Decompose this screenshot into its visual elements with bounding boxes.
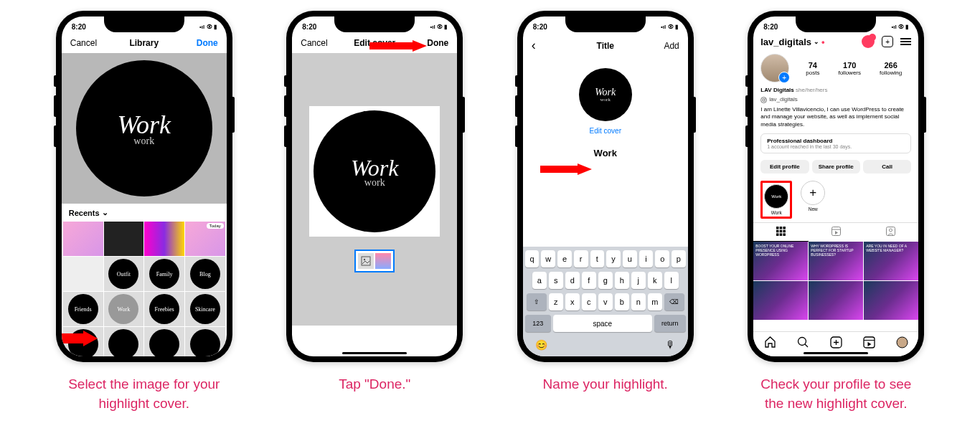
photo-cell[interactable] xyxy=(63,257,103,291)
highlight-title-input[interactable] xyxy=(533,148,678,158)
post-cell[interactable] xyxy=(809,281,863,320)
stat-following[interactable]: 266following xyxy=(880,61,902,76)
profile-icon[interactable] xyxy=(896,336,908,351)
call-button[interactable]: Call xyxy=(863,160,911,174)
done-button[interactable]: Done xyxy=(182,38,218,48)
photo-cell[interactable] xyxy=(185,327,225,356)
key-p[interactable]: p xyxy=(672,250,686,267)
photo-cell[interactable]: Freebies xyxy=(144,292,184,326)
highlight-work[interactable]: Work Work xyxy=(764,184,788,215)
key-w[interactable]: w xyxy=(541,250,555,267)
search-icon[interactable] xyxy=(797,336,809,351)
key-h[interactable]: h xyxy=(615,272,629,289)
key-s[interactable]: s xyxy=(549,272,563,289)
key-q[interactable]: q xyxy=(525,250,540,267)
edit-cover-link[interactable]: Edit cover xyxy=(590,127,621,135)
key-a[interactable]: a xyxy=(532,272,547,289)
reels-icon[interactable] xyxy=(863,336,875,351)
key-b[interactable]: b xyxy=(615,293,629,310)
key-u[interactable]: u xyxy=(623,250,637,267)
photo-cell[interactable] xyxy=(104,327,144,356)
threads-icon: @ xyxy=(760,97,767,103)
photo-cell[interactable]: Today xyxy=(185,222,225,256)
key-j[interactable]: j xyxy=(631,272,646,289)
key-space[interactable]: space xyxy=(553,315,652,332)
mic-button[interactable]: 🎙 xyxy=(666,339,676,351)
profile-stats: 74posts 170followers 266following xyxy=(753,51,918,85)
key-t[interactable]: t xyxy=(590,250,605,267)
threads-link[interactable]: @lav_digitals xyxy=(760,96,911,103)
svg-point-3 xyxy=(364,259,365,260)
photo-cell[interactable]: Skincare xyxy=(185,292,225,326)
key-shift[interactable]: ⇧ xyxy=(527,293,547,310)
create-icon[interactable]: + xyxy=(882,36,893,47)
svg-rect-7 xyxy=(783,227,786,229)
key-e[interactable]: e xyxy=(557,250,572,267)
tab-reels[interactable] xyxy=(809,223,864,242)
photo-cell[interactable]: Family xyxy=(144,257,184,291)
key-l[interactable]: l xyxy=(664,272,679,289)
thumb-option[interactable] xyxy=(375,253,391,269)
svg-rect-8 xyxy=(776,230,779,233)
svg-rect-6 xyxy=(780,227,783,229)
photo-cell[interactable] xyxy=(63,222,103,256)
phone-frame: 8:20 •ıl ⦿ ▮ lav_digitals ⌄ • + 74post xyxy=(748,11,924,362)
photo-cell[interactable] xyxy=(144,327,184,356)
photo-cell[interactable]: Outfit xyxy=(104,257,144,291)
key-x[interactable]: x xyxy=(565,293,580,310)
photo-cell[interactable]: Friends xyxy=(63,292,103,326)
home-indicator[interactable] xyxy=(342,352,407,354)
emoji-button[interactable]: 😊 xyxy=(535,339,547,351)
share-profile-button[interactable]: Share profile xyxy=(812,160,860,174)
home-icon[interactable] xyxy=(764,336,776,351)
photo-cell[interactable] xyxy=(144,222,184,256)
gallery-icon[interactable] xyxy=(358,253,374,269)
key-v[interactable]: v xyxy=(598,293,613,310)
add-button[interactable]: Add xyxy=(644,41,679,51)
thumb-selector[interactable] xyxy=(354,250,395,272)
photo-cell-selected[interactable]: Work xyxy=(104,292,144,326)
post-cell[interactable] xyxy=(864,281,918,320)
back-button[interactable]: ‹ xyxy=(532,38,567,53)
key-i[interactable]: i xyxy=(639,250,654,267)
key-m[interactable]: m xyxy=(648,293,662,310)
key-o[interactable]: o xyxy=(655,250,669,267)
edit-preview[interactable]: Work work xyxy=(309,106,440,237)
key-z[interactable]: z xyxy=(549,293,563,310)
key-123[interactable]: 123 xyxy=(525,315,551,332)
status-time: 8:20 xyxy=(763,23,778,31)
username-dropdown[interactable]: lav_digitals ⌄ • xyxy=(760,37,824,47)
post-cell[interactable] xyxy=(753,281,808,320)
post-cell[interactable]: BOOST YOUR ONLINE PRESENCE USING WORDPRE… xyxy=(753,242,808,280)
key-c[interactable]: c xyxy=(582,293,596,310)
tab-tagged[interactable] xyxy=(864,223,919,242)
highlight-new[interactable]: + New xyxy=(801,181,825,219)
cancel-button[interactable]: Cancel xyxy=(301,38,336,48)
menu-icon[interactable] xyxy=(900,38,911,45)
tab-grid[interactable] xyxy=(753,223,809,242)
photo-cell[interactable] xyxy=(104,222,144,256)
home-indicator[interactable] xyxy=(804,352,868,354)
key-f[interactable]: f xyxy=(582,272,596,289)
create-icon[interactable] xyxy=(830,336,842,351)
cancel-button[interactable]: Cancel xyxy=(70,38,106,48)
photo-cell[interactable]: Blog xyxy=(185,257,225,291)
avatar[interactable] xyxy=(760,54,789,82)
recents-dropdown[interactable]: Recents⌄ xyxy=(62,204,227,222)
key-n[interactable]: n xyxy=(631,293,646,310)
key-return[interactable]: return xyxy=(654,315,686,332)
threads-icon[interactable] xyxy=(862,35,875,48)
key-y[interactable]: y xyxy=(606,250,621,267)
post-cell[interactable]: WHY WORDPRESS IS PERFECT FOR STARTUP BUS… xyxy=(809,242,863,280)
key-backspace[interactable]: ⌫ xyxy=(664,293,684,310)
stat-posts[interactable]: 74posts xyxy=(806,61,819,76)
key-d[interactable]: d xyxy=(565,272,580,289)
key-g[interactable]: g xyxy=(598,272,613,289)
post-cell[interactable]: ARE YOU IN NEED OF A WEBSITE MANAGER? xyxy=(864,242,918,280)
svg-marker-1 xyxy=(369,40,427,52)
key-k[interactable]: k xyxy=(648,272,662,289)
key-r[interactable]: r xyxy=(574,250,588,267)
edit-profile-button[interactable]: Edit profile xyxy=(760,160,809,174)
professional-dashboard[interactable]: Professional dashboard 1 account reached… xyxy=(760,133,911,153)
stat-followers[interactable]: 170followers xyxy=(838,61,861,76)
